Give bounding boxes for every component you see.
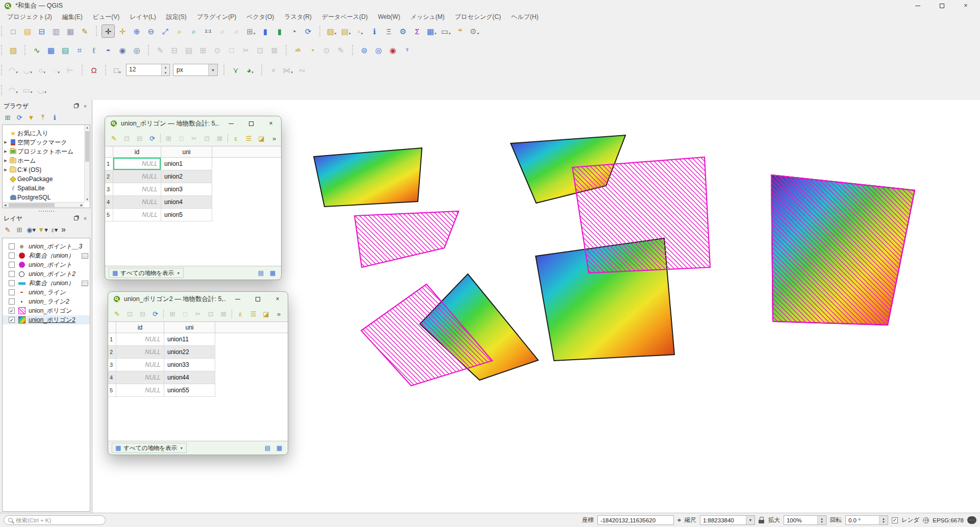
enable-snapping-button[interactable]: Ω (87, 63, 100, 77)
search-input[interactable] (16, 517, 101, 523)
menu-v[interactable]: ビュー(V) (88, 11, 125, 22)
spinner-arrows-icon[interactable]: ▲▼ (161, 64, 169, 76)
enable-tracing-button[interactable]: ⋎ (229, 63, 242, 77)
deselect-features-button[interactable]: ▫▾ (354, 24, 367, 38)
column-header-id[interactable]: id (116, 322, 164, 333)
select-by-expression-button[interactable]: ε (230, 133, 242, 144)
menu-l[interactable]: レイヤ(L) (124, 11, 161, 22)
layer-item-union_point__3[interactable]: union_ポイント__3 (3, 242, 90, 251)
table-cell-uni[interactable]: union5 (161, 209, 212, 221)
chevron-down-icon[interactable]: ▼ (746, 516, 755, 524)
options-button[interactable]: ⚙▾ (468, 24, 481, 38)
collapse-all-button[interactable]: ⤒ (38, 112, 48, 122)
add-delimited-text-button[interactable]: ⌗ (73, 43, 86, 57)
table-cell-uni[interactable]: union55 (164, 384, 215, 397)
layer-item-union-result-line[interactable]: 和集合（union） (3, 279, 90, 288)
coordinate-input[interactable] (598, 516, 673, 524)
layer-item-union_polygon[interactable]: ✓union_ポリゴン (3, 306, 90, 315)
spinner-arrows-icon[interactable]: ▲▼ (817, 516, 826, 524)
coordinate-box[interactable] (597, 515, 674, 525)
maximize-button[interactable] (932, 1, 952, 11)
table-cell-uni[interactable]: union44 (164, 371, 215, 384)
reload-table-button[interactable]: ⟳ (149, 308, 161, 320)
select-features-button[interactable]: ▨▾ (325, 24, 338, 38)
layer-item-union_line[interactable]: union_ライン (3, 288, 90, 297)
table-cell-id[interactable]: NULL (116, 359, 164, 371)
column-header-uni[interactable]: uni (161, 146, 212, 157)
pan-map-button[interactable]: ✛ (102, 24, 115, 38)
extents-toggle-icon[interactable]: ⌖ (677, 516, 681, 524)
map-tips-button[interactable]: ❝ (454, 24, 467, 38)
search-box[interactable] (4, 515, 106, 525)
table-cell-id[interactable]: NULL (116, 346, 164, 359)
table-view-button[interactable]: ▦ (268, 269, 278, 278)
browser-item-c-drive[interactable]: ▶C:¥ (OS) (3, 165, 90, 174)
new-map-view-button[interactable]: ⊞▾ (244, 24, 258, 38)
lock-scale-icon[interactable] (759, 517, 765, 523)
add-group-button[interactable]: ⊞ (14, 224, 24, 235)
zoom-out-button[interactable]: ⊖ (144, 24, 158, 38)
add-selected-layers-button[interactable]: ⊞ (3, 112, 13, 122)
browser-close-button[interactable]: × (82, 103, 89, 110)
feature-filter-select[interactable]: ▦ すべての地物を表示 ▼ (109, 268, 184, 278)
pan-to-selection-button[interactable]: ✛ (116, 24, 129, 38)
table-cell-id[interactable]: NULL (113, 209, 161, 221)
menu-s[interactable]: 設定(S) (161, 11, 192, 22)
refresh-map-button[interactable]: ⟳ (301, 24, 315, 38)
table-cell-id[interactable]: NULL (116, 333, 164, 346)
layer-labeling-button[interactable]: ab (291, 43, 305, 57)
window1-close-button[interactable]: × (263, 118, 279, 129)
layer-checkbox[interactable] (9, 271, 15, 277)
rotation-input[interactable] (846, 516, 879, 524)
expand-arrow-icon[interactable]: ▶ (3, 168, 9, 172)
layer-item-union_point[interactable]: union_ポイント (3, 260, 90, 269)
new-spatial-bookmark-button[interactable]: ▮ (273, 24, 286, 38)
layer-item-union_point2[interactable]: union_ポイント2 (3, 269, 90, 279)
menu-d[interactable]: データベース(D) (317, 11, 373, 22)
browser-item-geopackage[interactable]: GeoPackage (3, 174, 90, 184)
select-all-rows-button[interactable]: ☰ (243, 133, 255, 144)
add-mesh-layer-button[interactable]: ▤ (59, 43, 72, 57)
open-attribute-table-button[interactable]: ▦▾ (425, 24, 438, 38)
add-postgis-layer-button[interactable]: ◓ (102, 43, 115, 57)
table-cell-id[interactable]: NULL (113, 183, 161, 196)
close-button[interactable]: × (956, 1, 976, 11)
table-cell-uni[interactable]: union1 (161, 158, 212, 170)
filter-legend-button[interactable]: ▼▾ (38, 224, 48, 235)
add-wfs-layer-button[interactable]: ◎ (130, 43, 143, 57)
identify-features-button[interactable]: ℹ (368, 24, 381, 38)
expand-arrow-icon[interactable]: ▶ (3, 149, 9, 154)
browser-filter-button[interactable]: ▼ (26, 112, 36, 122)
layer-checkbox[interactable] (9, 298, 15, 305)
menu-j[interactable]: プロジェクト(J) (2, 11, 57, 22)
expand-arrow-icon[interactable]: ▶ (3, 159, 9, 163)
window1-maximize-button[interactable] (243, 118, 259, 129)
table-cell-id[interactable]: NULL (116, 371, 164, 384)
layer-checkbox[interactable] (9, 289, 15, 295)
snapping-mode-button[interactable]: □▾ (111, 63, 124, 77)
manage-map-themes-button[interactable]: ◉▾ (26, 224, 36, 235)
layer-checkbox[interactable] (9, 262, 15, 268)
table-cell-id[interactable]: NULL (113, 170, 161, 183)
table-cell-uni[interactable]: union4 (161, 196, 212, 209)
browser-float-button[interactable] (72, 103, 80, 110)
layer-checkbox[interactable]: ✓ (9, 317, 15, 323)
scroll-up-icon[interactable]: ▲ (85, 125, 90, 130)
menu-e[interactable]: 編集(E) (57, 11, 88, 22)
select-by-expression-button[interactable]: ε (235, 308, 246, 320)
browser-item-spatialite[interactable]: ℓSpatiaLite (3, 184, 90, 193)
browser-item-home[interactable]: ▶ホーム (3, 156, 90, 165)
window2-titlebar[interactable]: union_ポリゴン2 — 地物数合計: 5,... × (108, 292, 288, 306)
table-cell-id[interactable]: NULL (113, 158, 161, 170)
table-view-button[interactable]: ▦ (274, 444, 284, 453)
invert-selection-button[interactable]: ◪ (256, 133, 267, 144)
zoom-full-button[interactable]: ⤢ (159, 24, 172, 38)
layer-item-union-result-point[interactable]: 和集合（union） (3, 251, 90, 260)
add-vector-layer-button[interactable]: ∿ (30, 43, 43, 57)
browser-item-postgresql[interactable]: PostgreSQL (3, 193, 90, 202)
show-statistics-button[interactable]: Σ (411, 24, 424, 38)
layer-item-union_polygon2[interactable]: ✓union_ポリゴン2 (3, 315, 90, 324)
add-wms-layer-button[interactable]: ◉ (116, 43, 129, 57)
help-contents-button[interactable]: ? (400, 43, 414, 57)
toolbar-overflow-icon[interactable]: » (61, 225, 66, 234)
